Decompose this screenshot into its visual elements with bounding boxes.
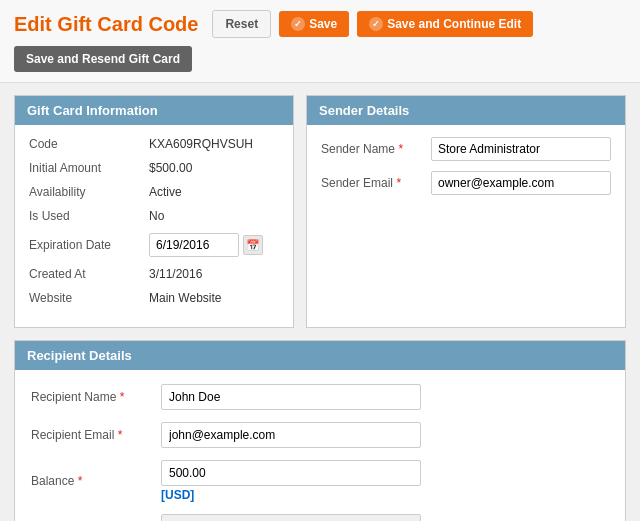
sender-name-input[interactable] (431, 137, 611, 161)
gift-card-info-panel: Gift Card Information Code KXA609RQHVSUH… (14, 95, 294, 328)
email-template-row: Email Template Gift Card Common Purpose … (31, 514, 609, 521)
sender-name-label: Sender Name * (321, 142, 431, 156)
recipient-name-input[interactable] (161, 384, 421, 410)
expiration-date-row: Expiration Date 📅 (29, 233, 279, 257)
recipient-email-label: Recipient Email * (31, 428, 161, 442)
website-row: Website Main Website (29, 291, 279, 305)
gift-card-info-header: Gift Card Information (15, 96, 293, 125)
code-label: Code (29, 137, 149, 151)
top-panels: Gift Card Information Code KXA609RQHVSUH… (14, 95, 626, 328)
created-at-row: Created At 3/11/2016 (29, 267, 279, 281)
recipient-name-row: Recipient Name * (31, 384, 609, 410)
save-continue-check-icon: ✓ (369, 17, 383, 31)
balance-input[interactable] (161, 460, 421, 486)
availability-label: Availability (29, 185, 149, 199)
sender-details-header: Sender Details (307, 96, 625, 125)
page-title: Edit Gift Card Code (14, 13, 198, 36)
sender-details-panel: Sender Details Sender Name * Sender Emai… (306, 95, 626, 328)
created-at-label: Created At (29, 267, 149, 281)
sender-email-input[interactable] (431, 171, 611, 195)
expiration-date-label: Expiration Date (29, 238, 149, 252)
sender-email-row: Sender Email * (321, 171, 611, 195)
recipient-name-label: Recipient Name * (31, 390, 161, 404)
initial-amount-row: Initial Amount $500.00 (29, 161, 279, 175)
code-row: Code KXA609RQHVSUH (29, 137, 279, 151)
recipient-email-row: Recipient Email * (31, 422, 609, 448)
availability-row: Availability Active (29, 185, 279, 199)
balance-wrap: [USD] (161, 460, 421, 502)
balance-required: * (78, 474, 83, 488)
main-content: Gift Card Information Code KXA609RQHVSUH… (0, 83, 640, 521)
save-resend-button[interactable]: Save and Resend Gift Card (14, 46, 192, 72)
recipient-details-panel: Recipient Details Recipient Name * Recip… (14, 340, 626, 521)
is-used-label: Is Used (29, 209, 149, 223)
is-used-row: Is Used No (29, 209, 279, 223)
initial-amount-value: $500.00 (149, 161, 192, 175)
initial-amount-label: Initial Amount (29, 161, 149, 175)
balance-row: Balance * [USD] (31, 460, 609, 502)
created-at-value: 3/11/2016 (149, 267, 202, 281)
sender-name-row: Sender Name * (321, 137, 611, 161)
recipient-email-input[interactable] (161, 422, 421, 448)
sender-email-label: Sender Email * (321, 176, 431, 190)
balance-label: Balance * (31, 474, 161, 488)
usd-label: [USD] (161, 488, 421, 502)
save-check-icon: ✓ (291, 17, 305, 31)
sender-details-body: Sender Name * Sender Email * (307, 125, 625, 217)
recipient-details-body: Recipient Name * Recipient Email * Balan… (15, 370, 625, 521)
sender-email-required: * (396, 176, 401, 190)
expiration-date-input-wrap: 📅 (149, 233, 263, 257)
is-used-value: No (149, 209, 164, 223)
save-continue-button[interactable]: ✓ Save and Continue Edit (357, 11, 533, 37)
sender-name-required: * (398, 142, 403, 156)
code-value: KXA609RQHVSUH (149, 137, 253, 151)
gift-card-info-body: Code KXA609RQHVSUH Initial Amount $500.0… (15, 125, 293, 327)
header-bar: Edit Gift Card Code Reset ✓ Save ✓ Save … (0, 0, 640, 83)
email-template-select[interactable]: Gift Card Common Purpose (Default Templa… (161, 514, 421, 521)
website-value: Main Website (149, 291, 221, 305)
expiration-date-input[interactable] (149, 233, 239, 257)
recipient-email-required: * (118, 428, 123, 442)
recipient-name-required: * (120, 390, 125, 404)
save-button[interactable]: ✓ Save (279, 11, 349, 37)
calendar-icon[interactable]: 📅 (243, 235, 263, 255)
recipient-details-header: Recipient Details (15, 341, 625, 370)
availability-value: Active (149, 185, 182, 199)
website-label: Website (29, 291, 149, 305)
reset-button[interactable]: Reset (212, 10, 271, 38)
